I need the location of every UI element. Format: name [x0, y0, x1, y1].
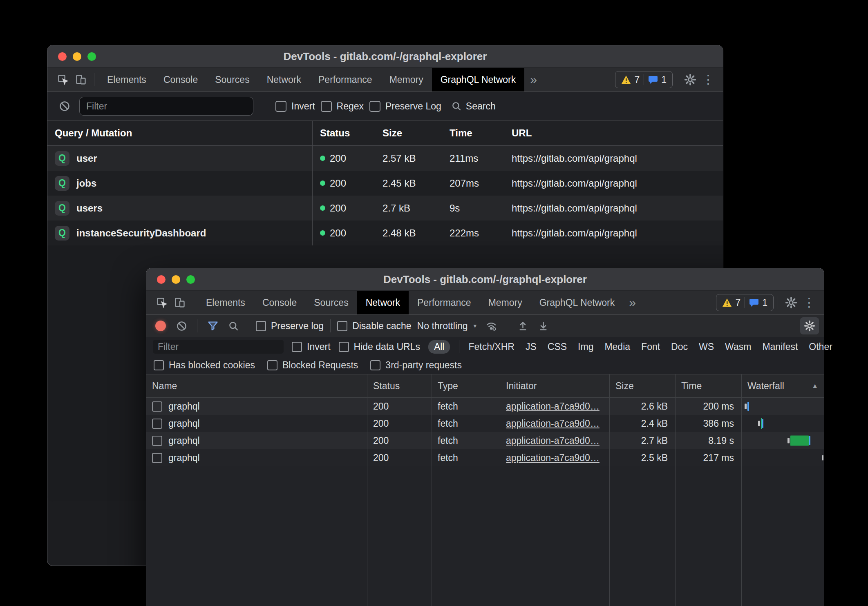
- has-blocked-cookies-checkbox[interactable]: Has blocked cookies: [154, 360, 255, 371]
- filter-input[interactable]: [79, 97, 253, 116]
- device-toolbar-icon[interactable]: [72, 71, 90, 89]
- preserve-log-checkbox[interactable]: Preserve log: [256, 321, 324, 332]
- column-size[interactable]: Size: [375, 121, 442, 145]
- tab-performance[interactable]: Performance: [310, 68, 381, 91]
- titlebar[interactable]: DevTools - gitlab.com/-/graphql-explorer: [47, 45, 723, 68]
- tab-elements[interactable]: Elements: [98, 68, 155, 91]
- row-checkbox[interactable]: [152, 453, 162, 463]
- more-tabs-icon[interactable]: »: [623, 296, 642, 310]
- tab-memory[interactable]: Memory: [381, 68, 432, 91]
- column-status[interactable]: Status: [367, 374, 432, 397]
- record-icon[interactable]: [155, 321, 166, 331]
- initiator-link[interactable]: application-a7ca9d0…: [506, 452, 600, 463]
- row-checkbox[interactable]: [152, 436, 162, 446]
- disable-cache-checkbox[interactable]: Disable cache: [337, 321, 411, 332]
- search-icon[interactable]: [224, 317, 242, 335]
- export-har-icon[interactable]: [534, 317, 552, 335]
- import-har-icon[interactable]: [514, 317, 532, 335]
- network-conditions-icon[interactable]: [482, 317, 500, 335]
- type-filter-doc[interactable]: Doc: [671, 341, 688, 352]
- tab-graphql-network[interactable]: GraphQL Network: [432, 68, 525, 91]
- column-status[interactable]: Status: [312, 121, 375, 145]
- type-filter-font[interactable]: Font: [641, 341, 660, 352]
- clear-icon[interactable]: [172, 317, 190, 335]
- warnings-badge[interactable]: 7: [617, 74, 644, 85]
- filter-input[interactable]: [153, 340, 284, 354]
- table-row[interactable]: graphql 200 fetch application-a7ca9d0… 2…: [146, 398, 824, 415]
- initiator-link[interactable]: application-a7ca9d0…: [506, 401, 600, 412]
- tab-sources[interactable]: Sources: [206, 68, 258, 91]
- settings-gear-icon[interactable]: [681, 71, 699, 89]
- type-filter-all[interactable]: All: [428, 340, 450, 354]
- column-query-mutation[interactable]: Query / Mutation: [47, 121, 312, 145]
- settings-gear-icon[interactable]: [782, 294, 800, 312]
- column-waterfall[interactable]: Waterfall ▲: [741, 374, 824, 397]
- hide-data-urls-checkbox[interactable]: Hide data URLs: [339, 341, 420, 352]
- device-toolbar-icon[interactable]: [171, 294, 189, 312]
- column-time[interactable]: Time: [442, 121, 504, 145]
- inspect-icon[interactable]: [153, 294, 171, 312]
- row-checkbox[interactable]: [152, 419, 162, 429]
- table-row[interactable]: Q jobs 200 2.45 kB 207ms https://gitlab.…: [47, 171, 723, 196]
- table-row[interactable]: Q instanceSecurityDashboard 200 2.48 kB …: [47, 221, 723, 245]
- row-checkbox[interactable]: [152, 401, 162, 412]
- invert-checkbox[interactable]: Invert: [275, 101, 315, 112]
- type-filter-media[interactable]: Media: [604, 341, 630, 352]
- column-url[interactable]: URL: [504, 121, 723, 145]
- type-filter-manifest[interactable]: Manifest: [762, 341, 798, 352]
- initiator-link[interactable]: application-a7ca9d0…: [506, 418, 600, 429]
- tab-elements[interactable]: Elements: [197, 291, 254, 314]
- tab-graphql-network[interactable]: GraphQL Network: [531, 291, 624, 314]
- tab-network[interactable]: Network: [357, 291, 409, 314]
- type-filter-fetch-xhr[interactable]: Fetch/XHR: [468, 341, 514, 352]
- tab-sources[interactable]: Sources: [305, 291, 357, 314]
- warnings-badge[interactable]: 7: [718, 297, 745, 308]
- tab-console[interactable]: Console: [254, 291, 305, 314]
- type-filter-wasm[interactable]: Wasm: [725, 341, 751, 352]
- regex-checkbox[interactable]: Regex: [321, 101, 364, 112]
- search-toggle[interactable]: Search: [451, 101, 496, 112]
- filter-funnel-icon[interactable]: [204, 317, 222, 335]
- third-party-requests-checkbox[interactable]: 3rd-party requests: [370, 360, 462, 371]
- table-row[interactable]: graphql 200 fetch application-a7ca9d0… 2…: [146, 432, 824, 449]
- throttling-select[interactable]: No throttling ▾: [414, 321, 480, 332]
- close-button[interactable]: [58, 52, 67, 61]
- kebab-menu-icon[interactable]: ⋮: [800, 294, 818, 312]
- table-row[interactable]: Q users 200 2.7 kB 9s https://gitlab.com…: [47, 196, 723, 221]
- blocked-requests-checkbox[interactable]: Blocked Requests: [267, 360, 358, 371]
- table-row[interactable]: Q user 200 2.57 kB 211ms https://gitlab.…: [47, 146, 723, 171]
- column-initiator[interactable]: Initiator: [500, 374, 609, 397]
- titlebar[interactable]: DevTools - gitlab.com/-/graphql-explorer: [146, 268, 824, 291]
- type-filter-other[interactable]: Other: [809, 341, 832, 352]
- issues-badge[interactable]: 1: [745, 297, 772, 308]
- table-row[interactable]: graphql 200 fetch application-a7ca9d0… 2…: [146, 415, 824, 432]
- clear-icon[interactable]: [56, 97, 74, 115]
- minimize-button[interactable]: [73, 52, 81, 61]
- type-filter-js[interactable]: JS: [526, 341, 537, 352]
- tab-performance[interactable]: Performance: [409, 291, 480, 314]
- type-filter-css[interactable]: CSS: [548, 341, 567, 352]
- status-value: 200: [367, 432, 432, 449]
- invert-checkbox[interactable]: Invert: [292, 341, 331, 352]
- column-type[interactable]: Type: [432, 374, 500, 397]
- column-size[interactable]: Size: [609, 374, 675, 397]
- minimize-button[interactable]: [172, 275, 180, 284]
- tab-memory[interactable]: Memory: [480, 291, 531, 314]
- network-settings-button[interactable]: [800, 317, 819, 334]
- more-tabs-icon[interactable]: »: [524, 73, 543, 87]
- kebab-menu-icon[interactable]: ⋮: [699, 71, 717, 89]
- type-filter-img[interactable]: Img: [578, 341, 593, 352]
- tab-network[interactable]: Network: [258, 68, 310, 91]
- inspect-icon[interactable]: [54, 71, 72, 89]
- type-filter-ws[interactable]: WS: [699, 341, 714, 352]
- zoom-button[interactable]: [186, 275, 195, 284]
- initiator-link[interactable]: application-a7ca9d0…: [506, 435, 600, 446]
- column-time[interactable]: Time: [675, 374, 741, 397]
- issues-badge[interactable]: 1: [644, 74, 671, 85]
- zoom-button[interactable]: [87, 52, 96, 61]
- tab-console[interactable]: Console: [155, 68, 206, 91]
- close-button[interactable]: [157, 275, 166, 284]
- column-name[interactable]: Name: [146, 374, 367, 397]
- preserve-log-checkbox[interactable]: Preserve Log: [369, 101, 441, 112]
- table-row[interactable]: graphql 200 fetch application-a7ca9d0… 2…: [146, 449, 824, 466]
